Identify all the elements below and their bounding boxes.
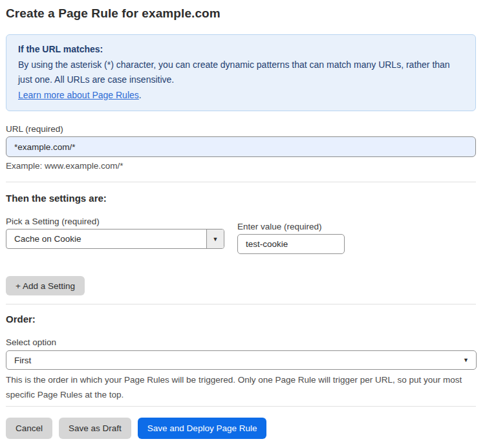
setting-picker-column: Pick a Setting (required) Cache on Cooki…: [6, 204, 237, 254]
save-and-deploy-button[interactable]: Save and Deploy Page Rule: [138, 418, 267, 439]
info-box-heading: If the URL matches:: [18, 42, 464, 58]
add-setting-button[interactable]: + Add a Setting: [6, 276, 85, 295]
order-select[interactable]: First ▼: [6, 350, 477, 370]
order-select-label: Select option: [6, 337, 476, 347]
chevron-down-icon: ▼: [463, 357, 476, 363]
link-suffix: .: [139, 90, 142, 100]
footer-actions: Cancel Save as Draft Save and Deploy Pag…: [6, 418, 476, 439]
settings-section-heading: Then the settings are:: [6, 193, 476, 204]
order-select-value: First: [6, 356, 463, 365]
setting-value-input[interactable]: [237, 234, 345, 254]
order-section-heading: Order:: [6, 314, 476, 325]
info-box-body: By using the asterisk (*) character, you…: [18, 58, 464, 88]
setting-select-label: Pick a Setting (required): [6, 217, 237, 226]
setting-value-column: Enter value (required): [237, 209, 345, 254]
settings-row: Pick a Setting (required) Cache on Cooki…: [6, 204, 476, 254]
learn-more-link[interactable]: Learn more about Page Rules: [18, 90, 139, 100]
page-title: Create a Page Rule for example.com: [6, 6, 476, 21]
url-field-label: URL (required): [6, 124, 476, 134]
save-as-draft-button[interactable]: Save as Draft: [59, 418, 131, 439]
footer-divider: [6, 406, 476, 407]
url-input[interactable]: [6, 136, 476, 157]
value-field-label: Enter value (required): [237, 222, 345, 231]
cancel-button[interactable]: Cancel: [6, 418, 52, 439]
chevron-down-icon[interactable]: ▼: [206, 229, 224, 248]
url-match-info-box: If the URL matches: By using the asteris…: [6, 34, 476, 111]
setting-select[interactable]: Cache on Cookie ▼: [6, 229, 224, 249]
info-box-link-line: Learn more about Page Rules.: [18, 88, 464, 103]
order-helper-text: This is the order in which your Page Rul…: [6, 372, 471, 402]
page-rule-form: Create a Page Rule for example.com If th…: [0, 0, 485, 439]
section-divider: [6, 182, 476, 182]
url-field-helper: Example: www.example.com/*: [6, 161, 476, 171]
section-divider: [6, 304, 476, 304]
setting-select-value: Cache on Cookie: [6, 229, 206, 248]
